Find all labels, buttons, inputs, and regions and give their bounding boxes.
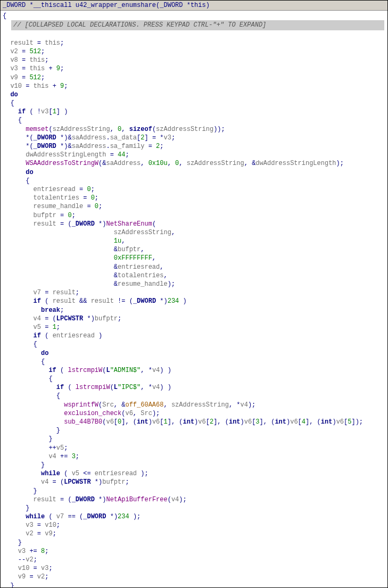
arg: szAddressString, <box>3 228 385 237</box>
call-excl: exclusion_check(v6, Src); <box>3 409 385 418</box>
stmt: result = this; <box>3 39 385 47</box>
if-stmt: if ( entriesread ) <box>3 332 385 340</box>
stmt: v3 = this + 9; <box>3 64 385 73</box>
stmt: resume_handle = 0; <box>3 202 385 211</box>
if-stmt: if ( result && result != (_DWORD *)234 ) <box>3 297 385 305</box>
stmt: v9 = v2; <box>3 573 385 581</box>
brace: } <box>3 461 385 469</box>
do-kw: do <box>3 168 385 177</box>
while: while ( v7 == (_DWORD *)234 ); <box>3 512 385 521</box>
stmt: *(_DWORD *)&saAddress.sa_data[2] = *v3; <box>3 134 385 142</box>
brace: } <box>3 487 385 495</box>
stmt: v10 = this + 9; <box>3 82 385 90</box>
brace: { <box>3 340 385 349</box>
ptr-star: * <box>29 2 33 9</box>
stmt: bufptr = 0; <box>3 211 385 220</box>
function-name: u42_wrapper_enumshare <box>76 2 156 9</box>
ret-type: _DWORD <box>3 2 26 9</box>
stmt: v3 = v10; <box>3 521 385 529</box>
brace-open: { <box>3 12 385 20</box>
code-body[interactable]: {// [COLLAPSED LOCAL DECLARATIONS. PRESS… <box>1 11 387 588</box>
stmt: totalentries = 0; <box>3 194 385 202</box>
brace: { <box>3 116 385 125</box>
brace: { <box>3 358 385 366</box>
stmt: --v2; <box>3 556 385 564</box>
callconv: __thiscall <box>34 2 72 9</box>
stmt: v7 = result; <box>3 288 385 297</box>
stmt: v10 = v3; <box>3 564 385 573</box>
call-wsprintf: wsprintfW(Src, &off_60AA68, szAddressStr… <box>3 401 385 409</box>
call-memset: memset(szAddressString, 0, sizeof(szAddr… <box>3 125 385 134</box>
blank-line <box>3 30 385 39</box>
brace: { <box>3 177 385 185</box>
brace: { <box>3 392 385 400</box>
call-netshare: result = (_DWORD *)NetShareEnum( <box>3 220 385 228</box>
call-wsa: WSAAddressToStringW(&saAddress, 0x10u, 0… <box>3 159 385 168</box>
stmt: v8 = this; <box>3 56 385 64</box>
arg: &entriesread, <box>3 263 385 271</box>
brace: } <box>3 435 385 443</box>
stmt: v4 = (LPCWSTR *)bufptr; <box>3 478 385 486</box>
stmt: v2 = 512; <box>3 47 385 56</box>
stmt: v5 = 1; <box>3 323 385 332</box>
stmt: entriesread = 0; <box>3 185 385 194</box>
do-kw: do <box>3 90 385 99</box>
arg: &resume_handle); <box>3 280 385 288</box>
brace: { <box>3 375 385 383</box>
while: while ( v5 <= entriesread ); <box>3 469 385 478</box>
brace: { <box>3 99 385 107</box>
decompiler-signature: _DWORD *__thiscall u42_wrapper_enumshare… <box>1 1 387 11</box>
stmt: ++v5; <box>3 444 385 452</box>
stmt: *(_DWORD *)&saAddress.sa_family = 2; <box>3 142 385 151</box>
stmt: v2 = v9; <box>3 529 385 538</box>
brace: } <box>3 426 385 435</box>
call-netfree: result = (_DWORD *)NetApiBufferFree(v4); <box>3 495 385 504</box>
collapsed-locals-banner[interactable]: // [COLLAPSED LOCAL DECLARATIONS. PRESS … <box>11 20 384 30</box>
do-kw: do <box>3 349 385 358</box>
if-stmt: if ( lstrcmpiW(L"IPC$", *v4) ) <box>3 383 385 392</box>
call-sub: sub_44B7B0(v6[0], (int)v6[1], (int)v6[2]… <box>3 418 385 426</box>
param-list: (_DWORD *this) <box>156 2 210 9</box>
brace: } <box>3 582 385 588</box>
if-stmt: if ( lstrcmpiW(L"ADMIN$", *v4) ) <box>3 366 385 375</box>
stmt: v9 = 512; <box>3 73 385 82</box>
stmt: v4 += 3; <box>3 452 385 461</box>
break: break; <box>3 306 385 314</box>
arg: 1u, <box>3 237 385 245</box>
stmt: v3 += 8; <box>3 547 385 556</box>
if-stmt: if ( !v3[1] ) <box>3 107 385 116</box>
stmt: v4 = (LPCWSTR *)bufptr; <box>3 314 385 323</box>
arg: &bufptr, <box>3 245 385 254</box>
brace: } <box>3 504 385 512</box>
brace: } <box>3 539 385 547</box>
arg: 0xFFFFFFFF, <box>3 254 385 262</box>
stmt: dwAddressStringLength = 44; <box>3 151 385 159</box>
arg: &totalentries, <box>3 271 385 280</box>
